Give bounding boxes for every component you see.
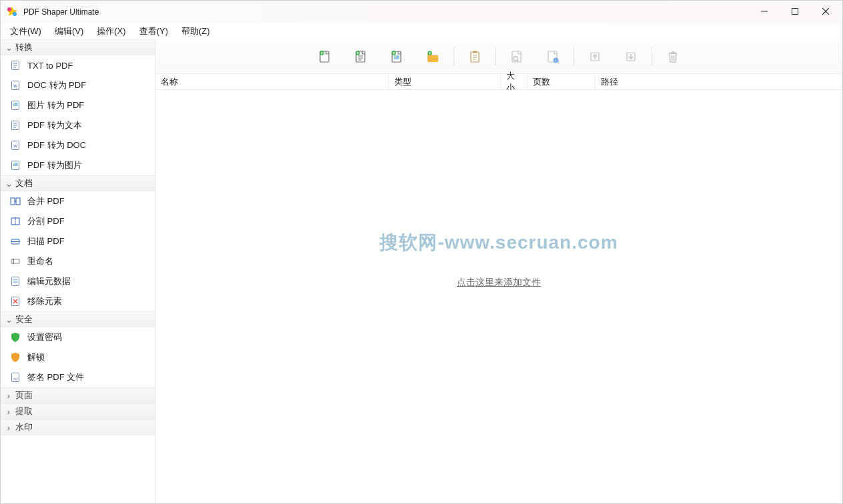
info-icon: i [546, 49, 560, 64]
sidebar-item-label: DOC 转为 PDF [27, 79, 86, 91]
svg-rect-33 [13, 279, 18, 281]
menubar: 文件(W) 编辑(V) 操作(X) 查看(Y) 帮助(Z) [1, 23, 842, 39]
chevron-down-icon: ⌄ [5, 43, 13, 53]
sidebar-item-label: 分割 PDF [27, 215, 65, 227]
sidebar-item[interactable]: WPDF 转为 DOC [1, 135, 155, 155]
group-label: 水印 [15, 421, 33, 433]
maximize-button[interactable] [780, 1, 810, 22]
toolbar-delete-button[interactable] [655, 43, 691, 70]
app-icon [6, 6, 18, 18]
sidebar-item-label: 签名 PDF 文件 [27, 371, 84, 383]
page-txt-icon [10, 120, 21, 131]
menu-help[interactable]: 帮助(Z) [175, 24, 217, 39]
sidebar-item[interactable]: 签名 PDF 文件 [1, 367, 155, 387]
toolbar-add-folder-button[interactable] [415, 43, 451, 70]
sidebar-item-label: 重命名 [27, 255, 53, 267]
shield-green-icon [10, 332, 21, 343]
toolbar-move-up-button[interactable] [577, 43, 613, 70]
delete-icon [666, 49, 680, 64]
sidebar-item[interactable]: 编辑元数据 [1, 271, 155, 291]
merge-icon [10, 196, 21, 207]
page-img-icon [10, 160, 21, 171]
toolbar-add-image-button[interactable] [379, 43, 415, 70]
group-header[interactable]: ⌄转换 [1, 39, 155, 55]
close-button[interactable] [810, 1, 841, 22]
add-image-icon [389, 49, 404, 64]
toolbar-separator [652, 47, 652, 66]
group-header[interactable]: ⌄安全 [1, 311, 155, 327]
svg-point-0 [7, 7, 11, 11]
sidebar-item[interactable]: PDF 转为图片 [1, 155, 155, 175]
svg-text:i: i [556, 59, 556, 63]
toolbar-move-down-button[interactable] [613, 43, 649, 70]
sidebar-item-label: PDF 转为文本 [27, 119, 82, 131]
group-label: 提取 [15, 405, 33, 417]
col-type[interactable]: 类型 [389, 74, 501, 89]
main-area: i 名称 类型 大小 页数 路径 搜软网-www.secruan.com 点击这… [155, 39, 842, 503]
sidebar-item[interactable]: 图片 转为 PDF [1, 95, 155, 115]
shield-orange-icon [10, 352, 21, 363]
menu-edit[interactable]: 编辑(V) [48, 24, 90, 39]
svg-rect-38 [12, 373, 19, 382]
sidebar-item[interactable]: WDOC 转为 PDF [1, 75, 155, 95]
body: ⌄转换TXT to PDFWDOC 转为 PDF图片 转为 PDFPDF 转为文… [1, 39, 842, 503]
column-headers: 名称 类型 大小 页数 路径 [155, 74, 842, 90]
menu-view[interactable]: 查看(Y) [133, 24, 175, 39]
svg-rect-30 [11, 259, 19, 263]
group-label: 页面 [15, 389, 33, 401]
group-header[interactable]: ›页面 [1, 387, 155, 403]
sidebar-item[interactable]: TXT to PDF [1, 55, 155, 75]
sidebar-item[interactable]: 设置密码 [1, 327, 155, 347]
col-path[interactable]: 路径 [596, 74, 842, 89]
svg-text:W: W [13, 144, 17, 148]
svg-point-23 [13, 163, 15, 165]
group-label: 安全 [15, 313, 33, 325]
chevron-down-icon: ⌄ [5, 315, 13, 325]
file-list-area[interactable]: 搜软网-www.secruan.com 点击这里来添加文件 [155, 90, 842, 503]
sidebar-item[interactable]: PDF 转为文本 [1, 115, 155, 135]
move-down-icon [624, 49, 638, 64]
group-header[interactable]: ›提取 [1, 403, 155, 419]
rename-icon [10, 256, 21, 267]
sidebar-item[interactable]: 重命名 [1, 251, 155, 271]
add-text-icon [353, 49, 368, 64]
sidebar-item-label: TXT to PDF [27, 61, 73, 71]
chevron-right-icon: › [5, 391, 13, 401]
chevron-right-icon: › [5, 423, 13, 433]
sidebar: ⌄转换TXT to PDFWDOC 转为 PDF图片 转为 PDFPDF 转为文… [1, 39, 155, 503]
toolbar-info-button[interactable]: i [535, 43, 571, 70]
add-folder-icon [426, 49, 440, 64]
svg-rect-52 [473, 51, 477, 53]
group-header[interactable]: ›水印 [1, 419, 155, 435]
svg-point-48 [395, 56, 396, 57]
col-size[interactable]: 大小 [501, 74, 528, 89]
sidebar-item[interactable]: 解锁 [1, 347, 155, 367]
svg-rect-34 [13, 281, 18, 283]
clipboard-icon [468, 49, 482, 64]
toolbar-add-file-button[interactable] [307, 43, 343, 70]
toolbar-add-text-button[interactable] [343, 43, 379, 70]
add-files-hint[interactable]: 点击这里来添加文件 [457, 277, 541, 289]
col-pages[interactable]: 页数 [528, 74, 596, 89]
sidebar-item[interactable]: 扫描 PDF [1, 231, 155, 251]
toolbar-separator [496, 47, 496, 66]
remove-icon [10, 296, 21, 307]
search-icon [510, 49, 524, 64]
toolbar-clipboard-button[interactable] [457, 43, 493, 70]
sidebar-item-label: 扫描 PDF [27, 235, 65, 247]
sidebar-item-label: 解锁 [27, 351, 45, 363]
minimize-button[interactable] [749, 1, 780, 22]
sidebar-item-label: PDF 转为 DOC [27, 139, 86, 151]
menu-file[interactable]: 文件(W) [3, 24, 48, 39]
sidebar-item[interactable]: 合并 PDF [1, 191, 155, 211]
split-icon [10, 216, 21, 227]
menu-action[interactable]: 操作(X) [90, 24, 132, 39]
sidebar-item[interactable]: 移除元素 [1, 291, 155, 311]
group-label: 文档 [15, 177, 33, 189]
meta-icon [10, 276, 21, 287]
toolbar-search-button[interactable] [499, 43, 535, 70]
svg-text:W: W [13, 84, 17, 88]
sidebar-item[interactable]: 分割 PDF [1, 211, 155, 231]
group-header[interactable]: ⌄文档 [1, 175, 155, 191]
col-name[interactable]: 名称 [155, 74, 389, 89]
